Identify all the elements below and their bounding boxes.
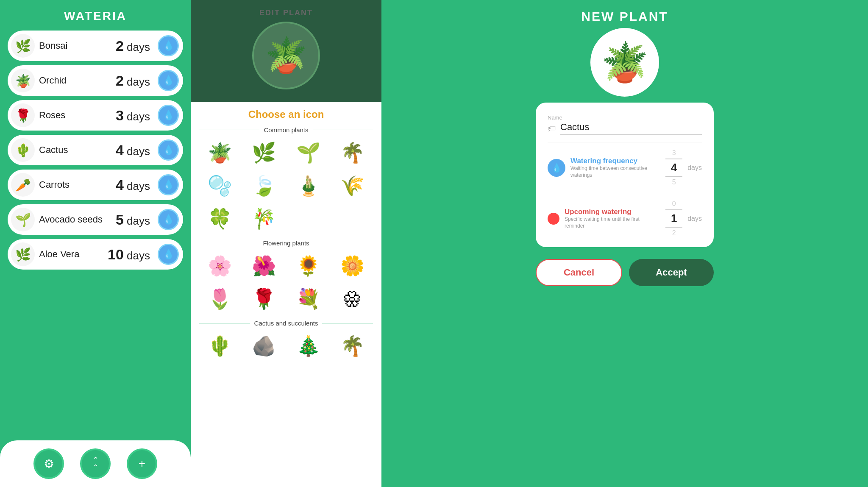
choose-icon-title: Choose an icon [199,109,373,120]
left-panel: WATERIA 🌿 Bonsai 2 days 💧 🪴 Orchid 2 day… [0,0,191,487]
icon-cell[interactable]: 🎍 [288,171,329,200]
action-row: Cancel Accept [536,259,714,286]
upcoming-days-label: days [687,215,702,223]
name-label: Name [548,114,702,121]
icon-cell[interactable]: 💐 [288,284,329,314]
water-button[interactable]: 💧 [158,244,179,265]
tag-icon: 🏷 [548,124,556,134]
plant-days: 2 days [116,38,150,54]
upcoming-below: 2 [672,229,676,237]
plant-item: 🌵 Cactus 4 days 💧 [8,135,183,165]
plant-icon: 🌵 [11,138,35,162]
plant-name: Avocado seeds [39,214,111,225]
edit-plant-title: EDIT PLANT [259,8,313,17]
water-button[interactable]: 💧 [158,139,179,161]
icon-cell[interactable]: 🌹 [244,284,285,314]
icon-cell[interactable]: 🎄 [288,331,329,361]
icon-cell[interactable]: 🌻 [288,251,329,281]
add-button[interactable]: + [127,448,157,479]
watering-frequency-text: Watering frequency Waiting time between … [570,157,660,178]
water-drop-icon: 💧 [548,159,565,177]
plant-icon: 🌿 [11,242,35,266]
upcoming-spinner[interactable]: 0 1 2 [665,200,682,237]
water-button[interactable]: 💧 [158,209,179,230]
water-button[interactable]: 💧 [158,70,179,91]
icon-cell[interactable]: 🌿 [244,138,285,167]
icon-category-label: Cactus and succulents [254,320,318,327]
divider-2 [548,193,702,193]
water-button[interactable]: 💧 [158,174,179,195]
accept-button[interactable]: Accept [629,259,714,286]
cancel-button[interactable]: Cancel [536,259,622,286]
icon-category-header: Cactus and succulents [199,320,373,327]
icon-cell[interactable]: 🌴 [332,138,373,167]
plant-name: Cactus [39,145,111,156]
icon-cell[interactable]: 🏵 [332,284,373,314]
upcoming-above: 0 [672,200,676,208]
plant-icon: 🪴 [11,69,35,92]
watering-frequency-spinner[interactable]: 3 4 5 [665,149,682,186]
settings-button[interactable]: ⚙ [33,448,64,479]
plant-icon: 🌹 [11,103,35,127]
upcoming-text: Upcoming watering Specific waiting time … [565,208,660,229]
icon-cell[interactable]: 🍀 [199,204,240,234]
bottom-bar: ⚙ ⌃⌃ + [0,440,191,487]
edit-plant-header: EDIT PLANT 🪴 [191,0,381,102]
plant-item: 🌹 Roses 3 days 💧 [8,100,183,131]
icon-category-label: Flowering plants [263,239,309,247]
icon-grid: 🌵🪨🎄🌴 [199,331,373,361]
plant-days: 4 days [116,142,150,159]
icon-cell[interactable]: 🌴 [332,331,373,361]
upcoming-watering-row: Upcoming watering Specific waiting time … [548,200,702,237]
name-row: 🏷 [548,122,702,135]
plant-icon: 🌿 [11,34,35,58]
icon-cell[interactable]: 🎋 [244,204,285,234]
plant-item: 🥕 Carrots 4 days 💧 [8,170,183,200]
icon-cell[interactable]: 🌸 [199,251,240,281]
water-button[interactable]: 💧 [158,35,179,56]
icon-cell[interactable]: 🌼 [332,251,373,281]
icon-cell[interactable]: 🌷 [199,284,240,314]
icon-grid: 🌸🌺🌻🌼🌷🌹💐🏵 [199,251,373,314]
icon-category-header: Flowering plants [199,239,373,247]
icon-cell[interactable]: 🌱 [288,138,329,167]
upcoming-title: Upcoming watering [565,208,660,216]
water-button[interactable]: 💧 [158,105,179,126]
icon-chooser: Choose an icon Common plants 🪴🌿🌱🌴🫧🍃🎍🌾🍀🎋 … [191,102,381,487]
plant-icon: 🌱 [11,208,35,231]
plant-item: 🪴 Orchid 2 days 💧 [8,65,183,96]
upcoming-value: 1 [671,212,677,225]
icon-cell[interactable]: 🪨 [244,331,285,361]
plant-name: Aloe Vera [39,249,103,260]
icon-cell[interactable]: 🌵 [199,331,240,361]
scroll-up-button[interactable]: ⌃⌃ [80,448,111,479]
plant-list: 🌿 Bonsai 2 days 💧 🪴 Orchid 2 days 💧 🌹 Ro… [8,31,183,270]
toggle-indicator[interactable] [548,213,559,225]
watering-frequency-title: Watering frequency [570,157,660,165]
icon-cell[interactable]: 🌺 [244,251,285,281]
freq-above: 3 [672,149,676,157]
name-input[interactable] [560,122,702,135]
plant-avatar[interactable]: 🪴 [589,26,661,98]
right-panel: NEW PLANT 🪴 Name 🏷 💧 Watering frequency … [381,0,868,487]
icon-cell[interactable]: 🌾 [332,171,373,200]
plant-item: 🌱 Avocado seeds 5 days 💧 [8,204,183,235]
plant-days: 3 days [116,107,150,124]
plant-days: 10 days [108,246,150,263]
new-plant-card: Name 🏷 💧 Watering frequency Waiting time… [536,103,714,247]
icon-cell[interactable]: 🍃 [244,171,285,200]
icon-cell[interactable]: 🪴 [199,138,240,167]
app-title: WATERIA [64,0,127,31]
upcoming-subtitle: Specific waiting time until the first re… [565,216,660,229]
plant-days: 5 days [116,211,150,228]
edit-plant-preview: 🪴 [252,22,320,89]
divider-1 [548,142,702,142]
middle-panel: EDIT PLANT 🪴 Choose an icon Common plant… [191,0,381,487]
icon-category-label: Common plants [264,126,308,134]
plant-name: Bonsai [39,40,111,51]
plant-name: Roses [39,110,111,121]
watering-frequency-row: 💧 Watering frequency Waiting time betwee… [548,149,702,186]
icon-cell[interactable]: 🫧 [199,171,240,200]
plant-days: 4 days [116,177,150,193]
freq-days-label: days [687,164,702,172]
